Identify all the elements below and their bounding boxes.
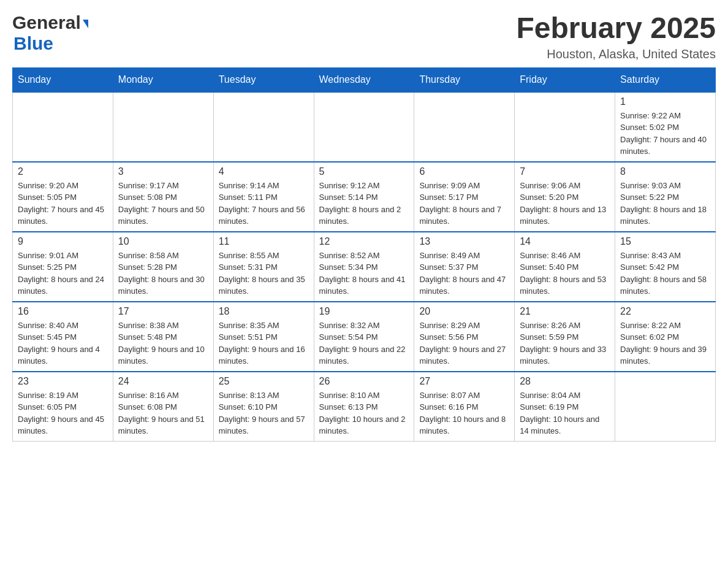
- calendar-cell: 28Sunrise: 8:04 AM Sunset: 6:19 PM Dayli…: [515, 372, 615, 442]
- calendar-cell: [13, 92, 113, 162]
- day-info: Sunrise: 8:49 AM Sunset: 5:37 PM Dayligh…: [419, 250, 509, 297]
- calendar-cell: 23Sunrise: 8:19 AM Sunset: 6:05 PM Dayli…: [13, 372, 113, 442]
- location: Houston, Alaska, United States: [516, 47, 716, 61]
- day-info: Sunrise: 9:14 AM Sunset: 5:11 PM Dayligh…: [219, 180, 309, 228]
- day-info: Sunrise: 9:03 AM Sunset: 5:22 PM Dayligh…: [620, 180, 710, 228]
- day-number: 21: [520, 306, 610, 317]
- day-info: Sunrise: 8:52 AM Sunset: 5:34 PM Dayligh…: [319, 250, 409, 297]
- day-number: 19: [319, 306, 409, 317]
- calendar-cell: 25Sunrise: 8:13 AM Sunset: 6:10 PM Dayli…: [213, 372, 314, 442]
- day-info: Sunrise: 8:29 AM Sunset: 5:56 PM Dayligh…: [419, 320, 509, 367]
- day-number: 3: [118, 166, 208, 177]
- logo: General Blue: [12, 12, 88, 54]
- calendar-cell: 8Sunrise: 9:03 AM Sunset: 5:22 PM Daylig…: [615, 162, 716, 232]
- day-number: 7: [520, 166, 610, 177]
- day-number: 23: [18, 376, 108, 387]
- day-number: 9: [18, 236, 108, 247]
- calendar-header-saturday: Saturday: [615, 67, 716, 92]
- day-number: 12: [319, 236, 409, 247]
- calendar-header-monday: Monday: [113, 67, 213, 92]
- day-info: Sunrise: 9:22 AM Sunset: 5:02 PM Dayligh…: [620, 110, 710, 158]
- day-info: Sunrise: 8:13 AM Sunset: 6:10 PM Dayligh…: [219, 389, 309, 437]
- calendar-week-3: 9Sunrise: 9:01 AM Sunset: 5:25 PM Daylig…: [13, 232, 716, 302]
- calendar-header-friday: Friday: [515, 67, 615, 92]
- calendar-week-2: 2Sunrise: 9:20 AM Sunset: 5:05 PM Daylig…: [13, 162, 716, 232]
- calendar-header-thursday: Thursday: [414, 67, 515, 92]
- calendar-cell: [113, 92, 213, 162]
- day-number: 16: [18, 306, 108, 317]
- day-number: 27: [419, 376, 509, 387]
- day-number: 17: [118, 306, 208, 317]
- day-info: Sunrise: 8:40 AM Sunset: 5:45 PM Dayligh…: [18, 320, 108, 367]
- calendar-cell: 20Sunrise: 8:29 AM Sunset: 5:56 PM Dayli…: [414, 302, 515, 372]
- logo-blue: Blue: [13, 33, 53, 54]
- calendar-cell: 5Sunrise: 9:12 AM Sunset: 5:14 PM Daylig…: [314, 162, 414, 232]
- calendar-cell: 15Sunrise: 8:43 AM Sunset: 5:42 PM Dayli…: [615, 232, 716, 302]
- day-number: 22: [620, 306, 710, 317]
- calendar-cell: 2Sunrise: 9:20 AM Sunset: 5:05 PM Daylig…: [13, 162, 113, 232]
- day-number: 13: [419, 236, 509, 247]
- day-number: 14: [520, 236, 610, 247]
- calendar-cell: 13Sunrise: 8:49 AM Sunset: 5:37 PM Dayli…: [414, 232, 515, 302]
- day-info: Sunrise: 9:09 AM Sunset: 5:17 PM Dayligh…: [419, 180, 509, 228]
- day-info: Sunrise: 9:20 AM Sunset: 5:05 PM Dayligh…: [18, 180, 108, 228]
- calendar-cell: 4Sunrise: 9:14 AM Sunset: 5:11 PM Daylig…: [213, 162, 314, 232]
- calendar-cell: 27Sunrise: 8:07 AM Sunset: 6:16 PM Dayli…: [414, 372, 515, 442]
- calendar-week-4: 16Sunrise: 8:40 AM Sunset: 5:45 PM Dayli…: [13, 302, 716, 372]
- day-info: Sunrise: 8:55 AM Sunset: 5:31 PM Dayligh…: [219, 250, 309, 297]
- calendar-cell: 18Sunrise: 8:35 AM Sunset: 5:51 PM Dayli…: [213, 302, 314, 372]
- logo-arrow-icon: [83, 20, 88, 28]
- day-info: Sunrise: 8:35 AM Sunset: 5:51 PM Dayligh…: [219, 320, 309, 367]
- calendar-cell: [615, 372, 716, 442]
- day-number: 4: [219, 166, 309, 177]
- calendar-cell: 9Sunrise: 9:01 AM Sunset: 5:25 PM Daylig…: [13, 232, 113, 302]
- day-number: 20: [419, 306, 509, 317]
- calendar-cell: 19Sunrise: 8:32 AM Sunset: 5:54 PM Dayli…: [314, 302, 414, 372]
- day-number: 15: [620, 236, 710, 247]
- day-info: Sunrise: 8:07 AM Sunset: 6:16 PM Dayligh…: [419, 389, 509, 437]
- day-number: 24: [118, 376, 208, 387]
- day-info: Sunrise: 9:01 AM Sunset: 5:25 PM Dayligh…: [18, 250, 108, 297]
- day-number: 28: [520, 376, 610, 387]
- day-info: Sunrise: 9:17 AM Sunset: 5:08 PM Dayligh…: [118, 180, 208, 228]
- day-number: 5: [319, 166, 409, 177]
- day-info: Sunrise: 8:43 AM Sunset: 5:42 PM Dayligh…: [620, 250, 710, 297]
- calendar-week-5: 23Sunrise: 8:19 AM Sunset: 6:05 PM Dayli…: [13, 372, 716, 442]
- day-info: Sunrise: 8:26 AM Sunset: 5:59 PM Dayligh…: [520, 320, 610, 367]
- calendar-cell: [515, 92, 615, 162]
- calendar-header-wednesday: Wednesday: [314, 67, 414, 92]
- day-info: Sunrise: 8:19 AM Sunset: 6:05 PM Dayligh…: [18, 389, 108, 437]
- month-title: February 2025: [516, 12, 716, 45]
- calendar-cell: 11Sunrise: 8:55 AM Sunset: 5:31 PM Dayli…: [213, 232, 314, 302]
- calendar-cell: 1Sunrise: 9:22 AM Sunset: 5:02 PM Daylig…: [615, 92, 716, 162]
- day-info: Sunrise: 8:46 AM Sunset: 5:40 PM Dayligh…: [520, 250, 610, 297]
- calendar-cell: 3Sunrise: 9:17 AM Sunset: 5:08 PM Daylig…: [113, 162, 213, 232]
- calendar-cell: 14Sunrise: 8:46 AM Sunset: 5:40 PM Dayli…: [515, 232, 615, 302]
- calendar-week-1: 1Sunrise: 9:22 AM Sunset: 5:02 PM Daylig…: [13, 92, 716, 162]
- calendar-cell: 7Sunrise: 9:06 AM Sunset: 5:20 PM Daylig…: [515, 162, 615, 232]
- calendar-header-sunday: Sunday: [13, 67, 113, 92]
- day-number: 2: [18, 166, 108, 177]
- day-number: 1: [620, 96, 710, 107]
- day-info: Sunrise: 8:04 AM Sunset: 6:19 PM Dayligh…: [520, 389, 610, 437]
- day-info: Sunrise: 8:22 AM Sunset: 6:02 PM Dayligh…: [620, 320, 710, 367]
- calendar-cell: 10Sunrise: 8:58 AM Sunset: 5:28 PM Dayli…: [113, 232, 213, 302]
- day-info: Sunrise: 8:38 AM Sunset: 5:48 PM Dayligh…: [118, 320, 208, 367]
- day-info: Sunrise: 8:58 AM Sunset: 5:28 PM Dayligh…: [118, 250, 208, 297]
- day-number: 10: [118, 236, 208, 247]
- day-number: 6: [419, 166, 509, 177]
- calendar-header-row: SundayMondayTuesdayWednesdayThursdayFrid…: [13, 67, 716, 92]
- day-info: Sunrise: 9:06 AM Sunset: 5:20 PM Dayligh…: [520, 180, 610, 228]
- day-number: 26: [319, 376, 409, 387]
- title-section: February 2025 Houston, Alaska, United St…: [516, 12, 716, 61]
- calendar-cell: 6Sunrise: 9:09 AM Sunset: 5:17 PM Daylig…: [414, 162, 515, 232]
- day-number: 11: [219, 236, 309, 247]
- calendar-cell: [414, 92, 515, 162]
- day-info: Sunrise: 8:10 AM Sunset: 6:13 PM Dayligh…: [319, 389, 409, 437]
- calendar-cell: 16Sunrise: 8:40 AM Sunset: 5:45 PM Dayli…: [13, 302, 113, 372]
- calendar-cell: [213, 92, 314, 162]
- logo-general: General: [12, 12, 81, 33]
- calendar-cell: 21Sunrise: 8:26 AM Sunset: 5:59 PM Dayli…: [515, 302, 615, 372]
- calendar-cell: 26Sunrise: 8:10 AM Sunset: 6:13 PM Dayli…: [314, 372, 414, 442]
- day-info: Sunrise: 9:12 AM Sunset: 5:14 PM Dayligh…: [319, 180, 409, 228]
